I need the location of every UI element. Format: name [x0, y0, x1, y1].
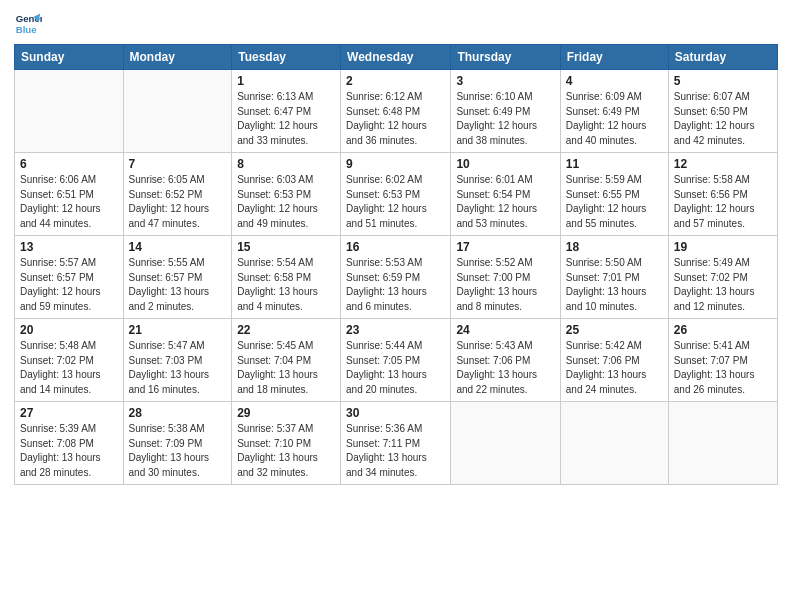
calendar-cell — [560, 402, 668, 485]
day-info: Sunrise: 5:45 AMSunset: 7:04 PMDaylight:… — [237, 339, 335, 397]
calendar-cell: 28Sunrise: 5:38 AMSunset: 7:09 PMDayligh… — [123, 402, 232, 485]
calendar-header-tuesday: Tuesday — [232, 45, 341, 70]
calendar-cell: 18Sunrise: 5:50 AMSunset: 7:01 PMDayligh… — [560, 236, 668, 319]
calendar-week-4: 20Sunrise: 5:48 AMSunset: 7:02 PMDayligh… — [15, 319, 778, 402]
calendar-cell: 2Sunrise: 6:12 AMSunset: 6:48 PMDaylight… — [341, 70, 451, 153]
calendar-cell: 7Sunrise: 6:05 AMSunset: 6:52 PMDaylight… — [123, 153, 232, 236]
day-info: Sunrise: 5:50 AMSunset: 7:01 PMDaylight:… — [566, 256, 663, 314]
calendar-cell: 6Sunrise: 6:06 AMSunset: 6:51 PMDaylight… — [15, 153, 124, 236]
day-info: Sunrise: 5:36 AMSunset: 7:11 PMDaylight:… — [346, 422, 445, 480]
calendar-cell: 11Sunrise: 5:59 AMSunset: 6:55 PMDayligh… — [560, 153, 668, 236]
calendar-header-saturday: Saturday — [668, 45, 777, 70]
day-info: Sunrise: 6:07 AMSunset: 6:50 PMDaylight:… — [674, 90, 772, 148]
calendar-cell: 14Sunrise: 5:55 AMSunset: 6:57 PMDayligh… — [123, 236, 232, 319]
calendar-cell: 8Sunrise: 6:03 AMSunset: 6:53 PMDaylight… — [232, 153, 341, 236]
day-info: Sunrise: 6:09 AMSunset: 6:49 PMDaylight:… — [566, 90, 663, 148]
calendar: SundayMondayTuesdayWednesdayThursdayFrid… — [14, 44, 778, 485]
day-info: Sunrise: 5:58 AMSunset: 6:56 PMDaylight:… — [674, 173, 772, 231]
day-number: 6 — [20, 157, 118, 171]
calendar-week-2: 6Sunrise: 6:06 AMSunset: 6:51 PMDaylight… — [15, 153, 778, 236]
calendar-cell — [123, 70, 232, 153]
day-info: Sunrise: 5:48 AMSunset: 7:02 PMDaylight:… — [20, 339, 118, 397]
day-number: 23 — [346, 323, 445, 337]
calendar-cell: 21Sunrise: 5:47 AMSunset: 7:03 PMDayligh… — [123, 319, 232, 402]
day-number: 28 — [129, 406, 227, 420]
day-number: 24 — [456, 323, 554, 337]
day-info: Sunrise: 5:42 AMSunset: 7:06 PMDaylight:… — [566, 339, 663, 397]
calendar-cell — [15, 70, 124, 153]
day-number: 20 — [20, 323, 118, 337]
day-number: 13 — [20, 240, 118, 254]
day-info: Sunrise: 5:54 AMSunset: 6:58 PMDaylight:… — [237, 256, 335, 314]
day-info: Sunrise: 6:02 AMSunset: 6:53 PMDaylight:… — [346, 173, 445, 231]
day-number: 22 — [237, 323, 335, 337]
calendar-header-friday: Friday — [560, 45, 668, 70]
day-number: 26 — [674, 323, 772, 337]
day-number: 15 — [237, 240, 335, 254]
calendar-header-monday: Monday — [123, 45, 232, 70]
calendar-cell: 24Sunrise: 5:43 AMSunset: 7:06 PMDayligh… — [451, 319, 560, 402]
day-info: Sunrise: 6:03 AMSunset: 6:53 PMDaylight:… — [237, 173, 335, 231]
day-info: Sunrise: 5:55 AMSunset: 6:57 PMDaylight:… — [129, 256, 227, 314]
day-info: Sunrise: 6:12 AMSunset: 6:48 PMDaylight:… — [346, 90, 445, 148]
day-info: Sunrise: 6:01 AMSunset: 6:54 PMDaylight:… — [456, 173, 554, 231]
calendar-header-thursday: Thursday — [451, 45, 560, 70]
day-info: Sunrise: 6:10 AMSunset: 6:49 PMDaylight:… — [456, 90, 554, 148]
calendar-cell: 22Sunrise: 5:45 AMSunset: 7:04 PMDayligh… — [232, 319, 341, 402]
day-number: 4 — [566, 74, 663, 88]
calendar-week-1: 1Sunrise: 6:13 AMSunset: 6:47 PMDaylight… — [15, 70, 778, 153]
day-number: 19 — [674, 240, 772, 254]
day-number: 18 — [566, 240, 663, 254]
header: General Blue — [14, 10, 778, 38]
logo-icon: General Blue — [14, 10, 42, 38]
day-info: Sunrise: 5:43 AMSunset: 7:06 PMDaylight:… — [456, 339, 554, 397]
calendar-cell: 12Sunrise: 5:58 AMSunset: 6:56 PMDayligh… — [668, 153, 777, 236]
day-info: Sunrise: 5:59 AMSunset: 6:55 PMDaylight:… — [566, 173, 663, 231]
svg-text:Blue: Blue — [16, 24, 37, 35]
day-number: 3 — [456, 74, 554, 88]
day-info: Sunrise: 5:57 AMSunset: 6:57 PMDaylight:… — [20, 256, 118, 314]
calendar-header-row: SundayMondayTuesdayWednesdayThursdayFrid… — [15, 45, 778, 70]
logo: General Blue — [14, 10, 46, 38]
day-number: 21 — [129, 323, 227, 337]
calendar-cell — [668, 402, 777, 485]
day-number: 9 — [346, 157, 445, 171]
calendar-cell: 19Sunrise: 5:49 AMSunset: 7:02 PMDayligh… — [668, 236, 777, 319]
calendar-header-wednesday: Wednesday — [341, 45, 451, 70]
day-number: 29 — [237, 406, 335, 420]
day-number: 7 — [129, 157, 227, 171]
calendar-week-5: 27Sunrise: 5:39 AMSunset: 7:08 PMDayligh… — [15, 402, 778, 485]
day-info: Sunrise: 5:47 AMSunset: 7:03 PMDaylight:… — [129, 339, 227, 397]
day-info: Sunrise: 6:06 AMSunset: 6:51 PMDaylight:… — [20, 173, 118, 231]
day-number: 25 — [566, 323, 663, 337]
day-number: 11 — [566, 157, 663, 171]
day-number: 17 — [456, 240, 554, 254]
day-number: 8 — [237, 157, 335, 171]
calendar-cell: 27Sunrise: 5:39 AMSunset: 7:08 PMDayligh… — [15, 402, 124, 485]
calendar-cell: 3Sunrise: 6:10 AMSunset: 6:49 PMDaylight… — [451, 70, 560, 153]
calendar-week-3: 13Sunrise: 5:57 AMSunset: 6:57 PMDayligh… — [15, 236, 778, 319]
day-info: Sunrise: 5:53 AMSunset: 6:59 PMDaylight:… — [346, 256, 445, 314]
day-info: Sunrise: 5:44 AMSunset: 7:05 PMDaylight:… — [346, 339, 445, 397]
day-info: Sunrise: 6:05 AMSunset: 6:52 PMDaylight:… — [129, 173, 227, 231]
page: General Blue SundayMondayTuesdayWednesda… — [0, 0, 792, 612]
calendar-cell: 1Sunrise: 6:13 AMSunset: 6:47 PMDaylight… — [232, 70, 341, 153]
day-number: 1 — [237, 74, 335, 88]
calendar-cell: 20Sunrise: 5:48 AMSunset: 7:02 PMDayligh… — [15, 319, 124, 402]
calendar-cell: 29Sunrise: 5:37 AMSunset: 7:10 PMDayligh… — [232, 402, 341, 485]
calendar-cell: 10Sunrise: 6:01 AMSunset: 6:54 PMDayligh… — [451, 153, 560, 236]
calendar-cell: 9Sunrise: 6:02 AMSunset: 6:53 PMDaylight… — [341, 153, 451, 236]
day-info: Sunrise: 5:37 AMSunset: 7:10 PMDaylight:… — [237, 422, 335, 480]
day-number: 5 — [674, 74, 772, 88]
calendar-cell: 26Sunrise: 5:41 AMSunset: 7:07 PMDayligh… — [668, 319, 777, 402]
day-number: 14 — [129, 240, 227, 254]
day-info: Sunrise: 5:41 AMSunset: 7:07 PMDaylight:… — [674, 339, 772, 397]
calendar-cell: 15Sunrise: 5:54 AMSunset: 6:58 PMDayligh… — [232, 236, 341, 319]
calendar-cell: 17Sunrise: 5:52 AMSunset: 7:00 PMDayligh… — [451, 236, 560, 319]
calendar-cell: 4Sunrise: 6:09 AMSunset: 6:49 PMDaylight… — [560, 70, 668, 153]
calendar-cell: 30Sunrise: 5:36 AMSunset: 7:11 PMDayligh… — [341, 402, 451, 485]
day-info: Sunrise: 5:52 AMSunset: 7:00 PMDaylight:… — [456, 256, 554, 314]
day-number: 16 — [346, 240, 445, 254]
calendar-cell: 25Sunrise: 5:42 AMSunset: 7:06 PMDayligh… — [560, 319, 668, 402]
day-info: Sunrise: 5:39 AMSunset: 7:08 PMDaylight:… — [20, 422, 118, 480]
